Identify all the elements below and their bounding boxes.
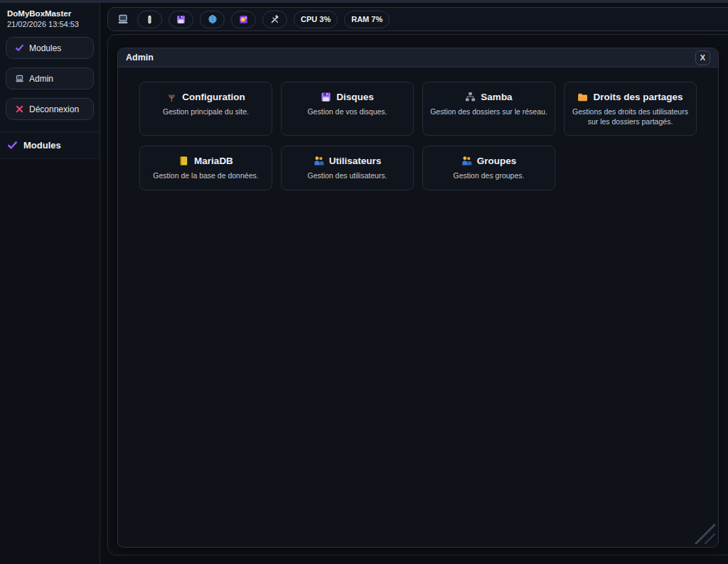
card-subtitle: Gestion de vos disques. [289, 107, 406, 116]
module-card-grid: Configuration Gestion principale du site… [139, 82, 697, 190]
username: DoMyBoxMaster [6, 9, 94, 18]
sidebar-button-logout[interactable]: Déconnexion [6, 98, 94, 120]
card-title: Droits des partages [593, 92, 682, 102]
check-icon [7, 140, 18, 151]
ledger-icon [178, 156, 189, 166]
sidebar-button-label: Admin [29, 74, 53, 84]
laptop-icon[interactable] [115, 13, 131, 25]
x-icon [15, 104, 24, 114]
sidebar-section-modules[interactable]: Modules [0, 132, 100, 159]
desktop-area: Admin X Configuration Gestion principale… [107, 34, 728, 555]
thermometer-icon [145, 15, 154, 24]
admin-window: Admin X Configuration Gestion principale… [117, 48, 719, 548]
sidebar-section-label: Modules [23, 140, 61, 151]
datetime: 21/02/2026 13:54:53 [6, 20, 94, 28]
window-body: Configuration Gestion principale du site… [118, 67, 718, 547]
status-toolbar: CPU 3% RAM 7% [107, 7, 728, 31]
close-icon[interactable]: X [695, 50, 710, 65]
card-samba[interactable]: Samba Gestion des dossiers sur le réseau… [422, 82, 555, 136]
sidebar-button-label: Modules [29, 43, 61, 53]
card-subtitle: Gestions des droits des utilisateurs sur… [572, 107, 689, 126]
thermometer-button[interactable] [137, 11, 162, 28]
floppy-disk-icon [321, 92, 331, 102]
sidebar-button-modules[interactable]: Modules [6, 37, 94, 59]
cpu-stat-label: CPU 3% [301, 15, 331, 23]
sidebar-user-panel: DoMyBoxMaster 21/02/2026 13:54:53 Module… [0, 3, 100, 132]
sidebar-empty-area [0, 159, 100, 564]
floppy-disk-icon [176, 15, 186, 24]
card-subtitle: Gestion des utilisateurs. [289, 170, 406, 180]
ram-stat-badge[interactable]: RAM 7% [344, 11, 390, 28]
users-icon [314, 156, 324, 166]
network-status-button[interactable] [200, 11, 225, 28]
sidebar-button-admin[interactable]: Admin [6, 67, 94, 90]
card-title: Configuration [182, 92, 245, 102]
users-icon [461, 156, 472, 166]
card-title: Samba [481, 92, 512, 102]
card-title: Utilisateurs [329, 156, 382, 166]
card-title: MariaDB [194, 156, 233, 166]
disk-button[interactable] [168, 11, 193, 28]
card-subtitle: Gestion de la base de données. [147, 170, 264, 180]
tools-button[interactable] [262, 11, 287, 28]
minidisc-icon [239, 15, 248, 24]
card-disques[interactable]: Disques Gestion de vos disques. [281, 82, 414, 136]
top-strip [0, 0, 728, 3]
tree-icon [166, 92, 177, 102]
card-droits-des-partages[interactable]: Droits des partages Gestions des droits … [564, 82, 697, 136]
minidisc-button[interactable] [231, 11, 256, 28]
window-title: Admin [126, 53, 695, 63]
network-icon [465, 92, 476, 102]
card-subtitle: Gestion principale du site. [147, 107, 264, 116]
sidebar-button-label: Déconnexion [29, 104, 79, 114]
check-icon [15, 43, 24, 53]
window-titlebar[interactable]: Admin X [118, 48, 718, 67]
card-groupes[interactable]: Groupes Gestion des groupes. [422, 146, 555, 190]
ram-stat-label: RAM 7% [351, 15, 382, 23]
globe-icon [208, 14, 218, 24]
card-subtitle: Gestion des groupes. [430, 170, 547, 180]
card-subtitle: Gestion des dossiers sur le réseau. [430, 107, 547, 116]
card-mariadb[interactable]: MariaDB Gestion de la base de données. [139, 146, 272, 190]
sidebar: DoMyBoxMaster 21/02/2026 13:54:53 Module… [0, 3, 100, 564]
laptop-icon [15, 74, 24, 83]
card-title: Disques [336, 92, 374, 102]
card-configuration[interactable]: Configuration Gestion principale du site… [139, 82, 272, 136]
tools-icon [270, 15, 279, 24]
folder-icon [577, 92, 588, 102]
cpu-stat-badge[interactable]: CPU 3% [294, 11, 338, 28]
card-utilisateurs[interactable]: Utilisateurs Gestion des utilisateurs. [281, 146, 414, 190]
resize-handle-icon[interactable] [695, 524, 716, 545]
card-title: Groupes [477, 156, 517, 166]
